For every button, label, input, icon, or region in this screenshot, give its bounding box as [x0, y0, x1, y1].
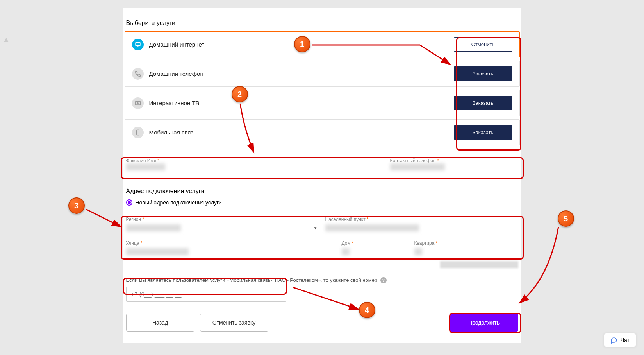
service-name: Интерактивное ТВ [149, 100, 200, 106]
phone-value-blurred [390, 163, 445, 170]
continue-button[interactable]: Продолжить [450, 314, 518, 332]
city-label: Населенный пункт * [325, 217, 518, 222]
svg-marker-4 [137, 102, 138, 104]
section-title-services: Выберите услуги [126, 20, 520, 31]
cancel-service-button[interactable]: Отменить [454, 37, 512, 52]
arrow-4 [291, 285, 361, 313]
radio-label: Новый адрес подключения услуги [136, 199, 222, 206]
back-button[interactable]: Назад [126, 314, 194, 332]
annotation-marker-4: 4 [359, 302, 375, 318]
service-name: Мобильная связь [149, 129, 197, 136]
arrow-5 [514, 225, 564, 307]
mobile-icon [132, 127, 144, 138]
cancel-request-button[interactable]: Отменить заявку [200, 314, 268, 332]
name-value-blurred [126, 163, 165, 170]
chat-button[interactable]: Чат [604, 333, 636, 347]
tv-icon [132, 97, 144, 109]
street-label: Улица * [126, 240, 335, 246]
arrow-3 [84, 207, 127, 231]
mobile-phone-input[interactable] [126, 287, 286, 302]
annotation-marker-5: 5 [558, 210, 574, 227]
name-label: Фамилия Имя * [126, 158, 382, 163]
mobile-number-hint: Если Вы являетесь пользователем услуги «… [126, 277, 520, 283]
monitor-icon [132, 39, 144, 50]
order-button[interactable]: Заказать [454, 125, 512, 140]
phone-icon [132, 68, 144, 80]
annotation-marker-3: 3 [68, 197, 85, 214]
new-address-radio[interactable]: Новый адрес подключения услуги [126, 199, 520, 206]
flat-input[interactable] [414, 246, 481, 257]
flat-label: Квартира * [414, 240, 481, 246]
chat-icon [610, 337, 617, 344]
service-row-mobile: Мобильная связь Заказать [125, 119, 520, 145]
address-section-title: Адрес подключения услуги [126, 188, 520, 195]
help-icon[interactable]: ? [380, 277, 387, 283]
chevron-down-icon: ▼ [314, 226, 318, 230]
house-input[interactable] [342, 246, 408, 257]
contact-phone-label: Контактный телефон * [390, 158, 518, 163]
svg-rect-0 [136, 42, 140, 45]
service-row-tv: Интерактивное ТВ Заказать [125, 90, 520, 116]
region-label: Регион * [126, 217, 319, 222]
scroll-up-icon[interactable]: ▲ [2, 35, 10, 44]
flat-hint [125, 261, 518, 269]
house-label: Дом * [342, 240, 408, 246]
service-name: Домашний телефон [149, 70, 203, 77]
order-button[interactable]: Заказать [454, 66, 512, 81]
annotation-marker-1: 1 [294, 36, 310, 52]
chat-label: Чат [621, 337, 630, 343]
service-row-internet: Домашний интернет Отменить [125, 31, 520, 57]
radio-icon [126, 199, 132, 206]
service-row-phone: Домашний телефон Заказать [125, 61, 520, 87]
service-name: Домашний интернет [149, 41, 205, 48]
order-button[interactable]: Заказать [454, 96, 512, 110]
annotation-marker-2: 2 [232, 86, 248, 102]
